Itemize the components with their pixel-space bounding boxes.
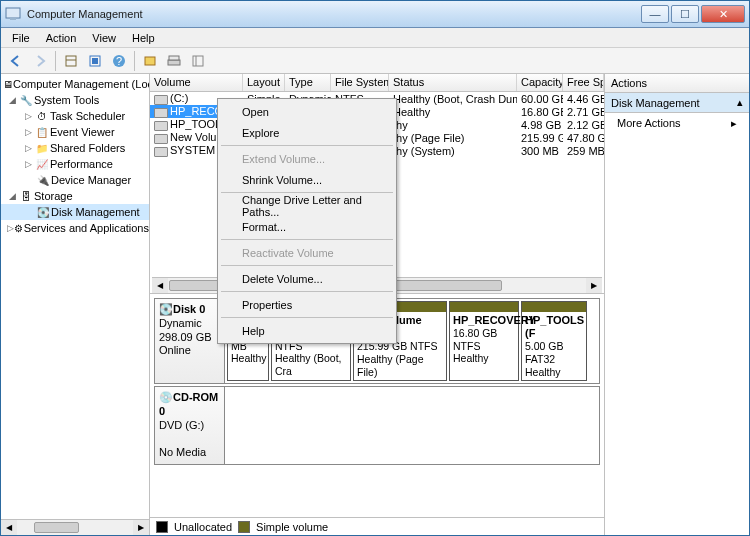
tree-system-tools[interactable]: ◢🔧System Tools [1, 92, 149, 108]
tree-disk-management[interactable]: 💽Disk Management [1, 204, 149, 220]
title-bar: Computer Management — ☐ ✕ [1, 1, 749, 28]
nav-forward-button[interactable] [29, 50, 51, 72]
actions-pane: Actions Disk Management ▴ More Actions ▸ [605, 74, 749, 535]
partition-block[interactable]: HP_TOOLS (F5.00 GB FAT32Healthy [521, 301, 587, 381]
col-volume[interactable]: Volume [150, 74, 243, 91]
toolbar-btn-3[interactable] [139, 50, 161, 72]
expand-up-icon: ▴ [737, 96, 743, 109]
ctx-shrink[interactable]: Shrink Volume... [220, 169, 394, 190]
nav-back-button[interactable] [5, 50, 27, 72]
minimize-button[interactable]: — [641, 5, 669, 23]
col-status[interactable]: Status [389, 74, 517, 91]
scroll-left-icon[interactable]: ◀ [152, 278, 168, 293]
ctx-separator [221, 291, 393, 292]
svg-rect-9 [168, 60, 180, 65]
tree-pane: 🖥Computer Management (Local ◢🔧System Too… [1, 74, 150, 535]
ctx-reactivate: Reactivate Volume [220, 242, 394, 263]
scroll-thumb[interactable] [34, 522, 79, 533]
perf-icon: 📈 [34, 156, 50, 172]
svg-rect-0 [6, 8, 20, 18]
toolbar-btn-2[interactable] [84, 50, 106, 72]
maximize-button[interactable]: ☐ [671, 5, 699, 23]
tree-storage[interactable]: ◢🗄Storage [1, 188, 149, 204]
legend-swatch-unallocated [156, 521, 168, 533]
legend-simple: Simple volume [256, 521, 328, 533]
close-button[interactable]: ✕ [701, 5, 745, 23]
disk-icon: 💽 [35, 204, 51, 220]
svg-rect-8 [145, 57, 155, 65]
tree-root[interactable]: 🖥Computer Management (Local [1, 76, 149, 92]
toolbar-btn-4[interactable] [163, 50, 185, 72]
svg-rect-10 [169, 56, 179, 60]
event-icon: 📋 [34, 124, 50, 140]
disk-0-label[interactable]: 💽Disk 0 Dynamic 298.09 GB Online [155, 299, 225, 383]
ctx-delete[interactable]: Delete Volume... [220, 268, 394, 289]
cdrom-icon: 💿 [159, 391, 173, 403]
actions-more[interactable]: More Actions ▸ [605, 113, 749, 134]
col-freespace[interactable]: Free Space [563, 74, 604, 91]
ctx-format[interactable]: Format... [220, 216, 394, 237]
menu-help[interactable]: Help [125, 30, 162, 46]
tree-services-apps[interactable]: ▷⚙Services and Applications [1, 220, 149, 236]
chevron-right-icon: ▸ [731, 117, 737, 130]
cdrom-block: 💿CD-ROM 0 DVD (G:) No Media [154, 386, 600, 465]
tree-shared-folders[interactable]: ▷📁Shared Folders [1, 140, 149, 156]
tree-task-scheduler[interactable]: ▷⏱Task Scheduler [1, 108, 149, 124]
tools-icon: 🔧 [18, 92, 34, 108]
window-buttons: — ☐ ✕ [639, 5, 745, 23]
toolbar: ? [1, 48, 749, 74]
menu-view[interactable]: View [85, 30, 123, 46]
window-title: Computer Management [27, 8, 639, 20]
svg-rect-2 [66, 56, 76, 66]
nav-tree[interactable]: 🖥Computer Management (Local ◢🔧System Too… [1, 74, 149, 519]
toolbar-btn-1[interactable] [60, 50, 82, 72]
ctx-separator [221, 239, 393, 240]
ctx-explore[interactable]: Explore [220, 122, 394, 143]
clock-icon: ⏱ [34, 108, 50, 124]
actions-group[interactable]: Disk Management ▴ [605, 93, 749, 113]
menu-action[interactable]: Action [39, 30, 84, 46]
svg-rect-1 [10, 18, 16, 20]
actions-header: Actions [605, 74, 749, 93]
toolbar-btn-5[interactable] [187, 50, 209, 72]
ctx-properties[interactable]: Properties [220, 294, 394, 315]
toolbar-separator [55, 51, 56, 71]
storage-icon: 🗄 [18, 188, 34, 204]
ctx-change-letter[interactable]: Change Drive Letter and Paths... [220, 195, 394, 216]
toolbar-help-button[interactable]: ? [108, 50, 130, 72]
folder-icon: 📁 [34, 140, 50, 156]
svg-text:?: ? [116, 55, 122, 67]
volume-list-header: Volume Layout Type File System Status Ca… [150, 74, 604, 92]
ctx-separator [221, 145, 393, 146]
tree-event-viewer[interactable]: ▷📋Event Viewer [1, 124, 149, 140]
computer-icon: 🖥 [3, 76, 13, 92]
scroll-right-icon[interactable]: ▶ [586, 278, 602, 293]
ctx-separator [221, 317, 393, 318]
ctx-help[interactable]: Help [220, 320, 394, 341]
context-menu: Open Explore Extend Volume... Shrink Vol… [217, 98, 397, 344]
ctx-open[interactable]: Open [220, 101, 394, 122]
ctx-extend: Extend Volume... [220, 148, 394, 169]
tree-hscroll[interactable]: ◀ ▶ [1, 519, 149, 535]
legend-swatch-simple [238, 521, 250, 533]
col-capacity[interactable]: Capacity [517, 74, 563, 91]
tree-device-manager[interactable]: 🔌Device Manager [1, 172, 149, 188]
col-filesystem[interactable]: File System [331, 74, 389, 91]
scroll-right-icon[interactable]: ▶ [133, 520, 149, 535]
col-layout[interactable]: Layout [243, 74, 285, 91]
svg-rect-11 [193, 56, 203, 66]
disk-icon: 💽 [159, 303, 173, 315]
scroll-left-icon[interactable]: ◀ [1, 520, 17, 535]
legend-bar: Unallocated Simple volume [150, 517, 604, 535]
toolbar-separator [134, 51, 135, 71]
services-icon: ⚙ [14, 220, 24, 236]
partition-block[interactable]: HP_RECOVERY16.80 GB NTFSHealthy [449, 301, 519, 381]
cdrom-partitions [225, 387, 599, 464]
menu-file[interactable]: File [5, 30, 37, 46]
legend-unallocated: Unallocated [174, 521, 232, 533]
device-icon: 🔌 [35, 172, 51, 188]
cdrom-label[interactable]: 💿CD-ROM 0 DVD (G:) No Media [155, 387, 225, 464]
tree-performance[interactable]: ▷📈Performance [1, 156, 149, 172]
col-type[interactable]: Type [285, 74, 331, 91]
ctx-separator [221, 265, 393, 266]
